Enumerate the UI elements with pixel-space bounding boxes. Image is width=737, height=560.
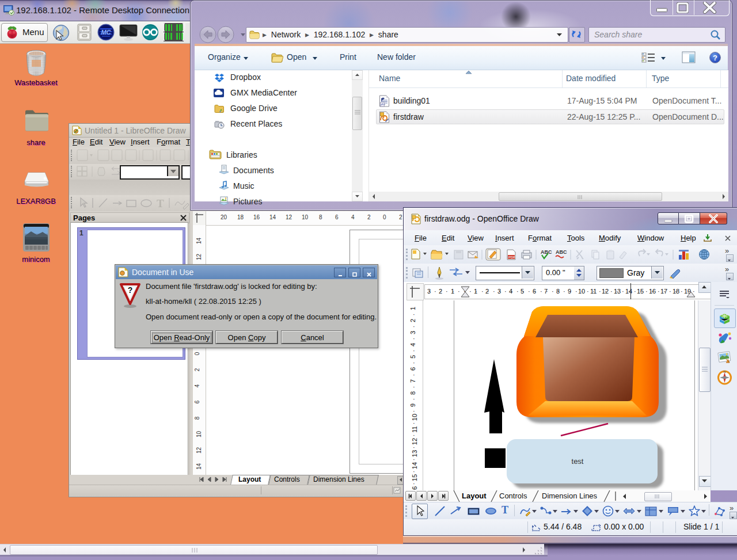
svg-text:T: T [157, 197, 164, 209]
svg-text:ABC: ABC [541, 249, 552, 255]
svg-text:MC: MC [101, 29, 111, 36]
svg-text:PDF: PDF [508, 256, 515, 259]
svg-text:?: ? [128, 285, 133, 295]
svg-text:test: test [572, 457, 584, 466]
svg-text:?: ? [713, 54, 717, 62]
svg-text:ABC: ABC [556, 249, 567, 255]
svg-text:N: N [723, 370, 725, 374]
